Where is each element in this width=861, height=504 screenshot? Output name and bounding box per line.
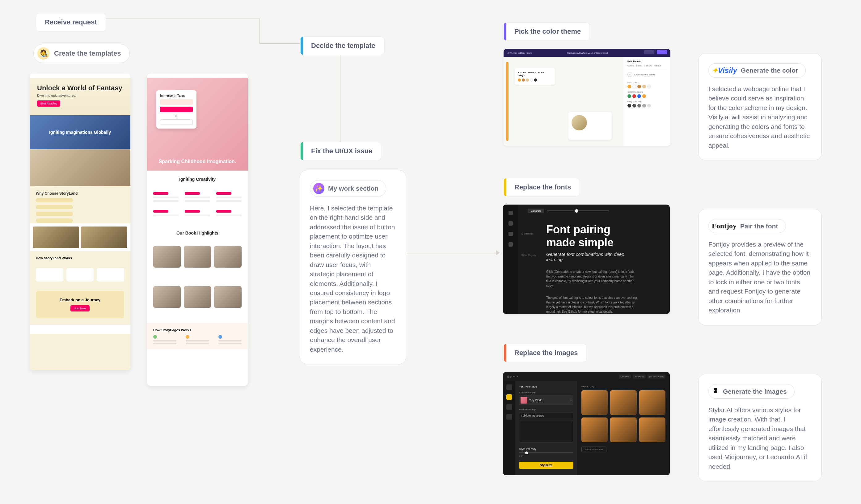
section: Igniting Creativity <box>147 171 248 192</box>
cancel-button[interactable] <box>644 50 654 54</box>
step-replace-images: Replace the images <box>504 344 587 362</box>
generated-image[interactable] <box>582 390 608 415</box>
card-body: Fontjoy provides a preview of the select… <box>708 240 811 315</box>
generated-image[interactable] <box>582 418 608 442</box>
contrast-slider[interactable] <box>547 210 609 212</box>
modal-primary-button[interactable] <box>160 107 193 112</box>
connector <box>260 18 260 43</box>
three-col <box>147 210 248 224</box>
style-chip[interactable]: Tiny World ▾ <box>519 395 573 405</box>
signin-modal: Immerse in Tales or <box>156 90 196 128</box>
control-panel: Text-to-Image Choose a style Tiny World … <box>515 381 577 475</box>
apply-button[interactable] <box>657 50 667 54</box>
label: Semantic colors <box>627 91 667 93</box>
modal-title: Immerse in Tales <box>160 94 193 97</box>
top-right: Untitled 13.08 % Fit to content <box>617 374 666 379</box>
fit-button[interactable]: Fit to content <box>647 374 666 379</box>
stylar-logo-icon <box>712 387 719 396</box>
cta-button[interactable]: Join Now <box>70 305 89 312</box>
negative-prompt-area[interactable] <box>519 421 573 442</box>
tab[interactable]: Colors <box>627 65 634 67</box>
feature-pill <box>36 205 73 209</box>
fontjoy-sidebar <box>503 205 518 314</box>
visily-logo: ✦Visily <box>712 66 737 75</box>
hero: Unlock a World of Fantasy Dive into epic… <box>30 78 131 115</box>
step-replace-fonts: Replace the fonts <box>504 178 580 196</box>
card-body: Stylar.AI offers various styles for imag… <box>708 406 811 471</box>
card-chip: ✨ My work section <box>310 180 386 197</box>
stylar-screenshot: ◧ ▷ ⟲ ⟳ Untitled 13.08 % Fit to content … <box>503 372 670 475</box>
chip-label: Create the templates <box>54 50 121 57</box>
intensity: Style Intensity 0.7 <box>519 448 573 457</box>
chip-label: Generate the images <box>723 388 787 395</box>
tab[interactable]: Fonts <box>636 65 642 67</box>
gray-color-dots <box>627 104 667 108</box>
generated-image[interactable] <box>610 390 637 415</box>
cta-title: Embark on a Journey <box>43 298 118 302</box>
body-1: Click (Generate) to create a new font pa… <box>546 270 639 288</box>
theme-panel: Edit Theme Colors Fonts Shadow Radius Ch… <box>624 57 670 146</box>
hero: Immerse in Tales or Sparking Childhood I… <box>147 78 248 171</box>
stylarize-button[interactable]: Stylarize <box>519 462 573 469</box>
cta-section: Embark on a Journey Join Now <box>36 291 124 318</box>
tool-icon-active[interactable] <box>506 394 512 400</box>
prompt-value: Folklore Treasures <box>521 414 544 417</box>
chip-label: My work section <box>328 185 379 192</box>
canvas-area: Extract colors from an image <box>504 57 624 146</box>
accent-bar <box>504 178 506 196</box>
subhead: Generate font combinations with deep lea… <box>546 251 639 262</box>
fontjoy-topbar: Generate <box>503 205 670 217</box>
top-icons: ◧ ▷ ⟲ ⟳ <box>507 375 518 378</box>
image-grid <box>582 390 666 442</box>
card-body: I selected a webpage online that I belie… <box>708 84 811 150</box>
label: Main colors <box>627 81 667 83</box>
panel-title: Text-to-Image <box>519 385 573 388</box>
input-placeholder[interactable] <box>160 99 193 105</box>
zoom-level: 13.08 % <box>633 374 645 379</box>
fontjoy-screenshot: Generate Montserrat Bitter Regular Font … <box>503 205 670 314</box>
hero-cta-button[interactable]: Start Reading <box>37 100 60 107</box>
feature-pill <box>36 198 73 202</box>
visily-topbar: ⬡ Theme editing mode Changes will affect… <box>504 49 670 57</box>
card-body: Here, I selected the template on the rig… <box>310 204 396 354</box>
modal-secondary-button[interactable] <box>160 119 193 125</box>
sparkle-icon: ✨ <box>313 183 324 194</box>
connector <box>260 43 300 44</box>
step-label: Replace the images <box>514 349 578 357</box>
sub-label: Positive Prompt <box>519 408 573 411</box>
intensity-slider[interactable] <box>519 452 573 453</box>
three-col <box>147 192 248 210</box>
tool-icon[interactable] <box>506 404 512 410</box>
label: Gray color set <box>627 100 667 103</box>
sidebar-accent <box>506 62 508 141</box>
step-label: Fix the UI/UX issue <box>311 147 372 155</box>
generated-image[interactable] <box>639 418 666 442</box>
card-chip: Generate the images <box>708 384 795 399</box>
generated-image[interactable] <box>639 390 666 415</box>
body-2: The goal of font pairing is to select fo… <box>546 296 639 314</box>
card-stylar: Generate the images Stylar.AI offers var… <box>698 374 822 481</box>
banner: Igniting Imaginations Globally <box>30 115 131 149</box>
footer <box>30 325 131 334</box>
chip-label: Generate the color <box>741 67 798 74</box>
popup-title: Extract colors from an image <box>518 71 552 77</box>
place-on-canvas-button[interactable]: Place on canvas <box>582 447 606 452</box>
chip-create-templates: 🧑‍🎨 Create the templates <box>33 44 130 63</box>
results-header: Results(18) <box>582 385 666 388</box>
image-row <box>147 286 248 314</box>
tool-icon[interactable] <box>506 414 512 420</box>
generated-image[interactable] <box>610 418 637 442</box>
choose-palette[interactable]: Choose a new palette <box>627 70 667 79</box>
tab[interactable]: Radius <box>654 65 661 67</box>
font-name: Montserrat <box>521 232 537 235</box>
card-fontjoy: Fontjoy Pair the font Fontjoy provides a… <box>698 209 822 325</box>
swatch-row <box>518 79 552 82</box>
prompt-input[interactable]: Folklore Treasures <box>519 412 573 419</box>
tool-icon[interactable] <box>506 384 512 390</box>
generate-button[interactable]: Generate <box>528 208 544 213</box>
accent-bar <box>504 344 506 362</box>
results-grid: Results(18) Place on canvas <box>577 381 670 475</box>
tab[interactable]: Shadow <box>644 65 652 67</box>
feature-pill <box>36 212 73 216</box>
section: Our Book Highlights <box>147 224 248 246</box>
